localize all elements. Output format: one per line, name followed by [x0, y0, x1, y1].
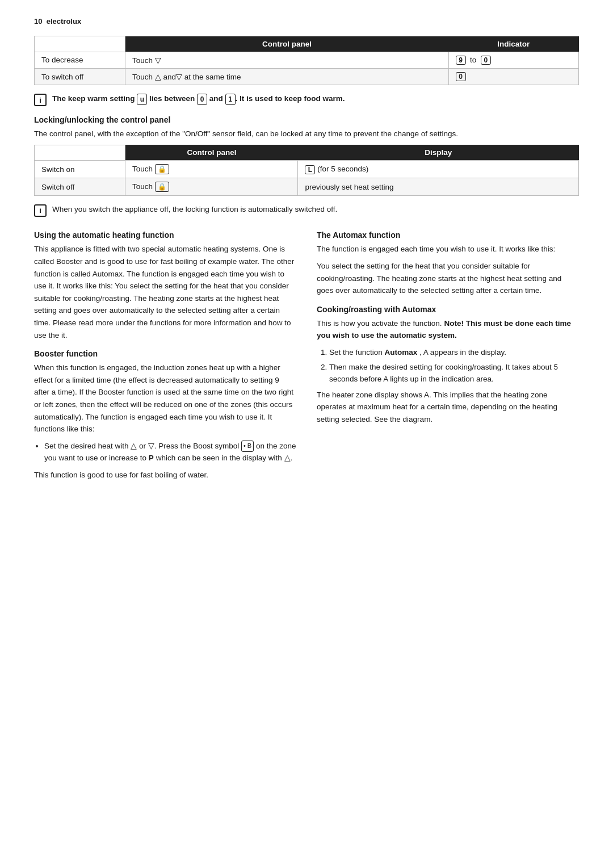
warm-icon: u [137, 94, 147, 105]
booster-body2: This function is good to use for fast bo… [34, 469, 296, 481]
display-switchoff2: previously set heat setting [298, 178, 579, 196]
left-column: Using the automatic heating function Thi… [34, 223, 296, 485]
table1-col2-header: Control panel [125, 36, 449, 52]
locking-table: Control panel Display Switch on Touch 🔒 … [34, 145, 579, 196]
automax-body2: You select the setting for the heat that… [317, 260, 579, 297]
switch-note-box: i When you switch the appliance off, the… [34, 204, 579, 217]
table-row: To switch off Touch △ and▽ at the same t… [35, 68, 579, 85]
info-icon: i [34, 94, 47, 106]
boost-symbol: • B [241, 441, 254, 452]
cooking-roasting-heading: Cooking/roasting with Automax [317, 305, 579, 314]
display-L: L [305, 165, 315, 174]
table-row: Switch on Touch 🔒 L (for 5 seconds) [35, 161, 579, 178]
auto-heating-body: This appliance is fitted with two specia… [34, 243, 296, 341]
booster-body1: When this function is engaged, the induc… [34, 362, 296, 435]
step-1: Set the function Automax , A appears in … [329, 346, 579, 359]
step-2: Then make the desired setting for cookin… [329, 361, 579, 385]
booster-bullets: Set the desired heat with △ or ▽. Press … [44, 440, 296, 464]
cooking-roasting-intro: This is how you activate the function. N… [317, 317, 579, 342]
lock-icon-off: 🔒 [155, 182, 169, 192]
automax-body: The function is engaged each time you wi… [317, 243, 579, 255]
bullet-item: Set the desired heat with △ or ▽. Press … [44, 440, 296, 464]
table-row: Switch off Touch 🔒 previously set heat s… [35, 178, 579, 196]
icon-0a: 0 [197, 94, 207, 105]
control-decrease: Touch ▽ [125, 52, 449, 68]
action-switchon: Switch on [35, 161, 125, 178]
lock-icon-on: 🔒 [155, 164, 169, 174]
locking-heading: Locking/unlocking the control panel [34, 115, 579, 124]
booster-heading: Booster function [34, 349, 296, 358]
indicator-0: 0 [481, 56, 491, 65]
switch-note-text: When you switch the appliance off, the l… [52, 204, 337, 216]
two-column-layout: Using the automatic heating function Thi… [34, 223, 579, 485]
table2-col2-header: Control panel [125, 145, 298, 161]
automax-heading: The Automax function [317, 230, 579, 240]
control-switchoff2: Touch 🔒 [125, 178, 298, 196]
cooking-closing: The heater zone display shows A. This im… [317, 389, 579, 426]
indicator-switchoff: 0 [448, 68, 578, 85]
page-header: 10 electrolux [34, 17, 579, 26]
locking-body: The control panel, with the exception of… [34, 128, 579, 140]
control-switchoff: Touch △ and▽ at the same time [125, 68, 449, 85]
brand-name: electrolux [47, 17, 81, 26]
control-indicator-table: Control panel Indicator To decrease Touc… [34, 36, 579, 85]
indicator-decrease: 9 to 0 [448, 52, 578, 68]
auto-heating-heading: Using the automatic heating function [34, 230, 296, 240]
page-number: 10 [34, 17, 42, 26]
control-switchon: Touch 🔒 [125, 161, 298, 178]
right-column: The Automax function The function is eng… [317, 223, 579, 485]
indicator-9: 9 [456, 56, 466, 65]
keep-warm-text: The keep warm setting u lies between 0 a… [52, 93, 345, 104]
action-switchoff2: Switch off [35, 178, 125, 196]
keep-warm-note-box: i The keep warm setting u lies between 0… [34, 93, 579, 106]
action-decrease: To decrease [35, 52, 125, 68]
action-switchoff: To switch off [35, 68, 125, 85]
indicator-zero: 0 [456, 72, 466, 81]
icon-1a: 1 [225, 94, 236, 105]
info-icon-switch: i [34, 204, 47, 217]
table-row: To decrease Touch ▽ 9 to 0 [35, 52, 579, 68]
table1-col3-header: Indicator [448, 36, 578, 52]
cooking-steps: Set the function Automax , A appears in … [329, 346, 579, 385]
display-switchon: L (for 5 seconds) [298, 161, 579, 178]
table2-col3-header: Display [298, 145, 579, 161]
